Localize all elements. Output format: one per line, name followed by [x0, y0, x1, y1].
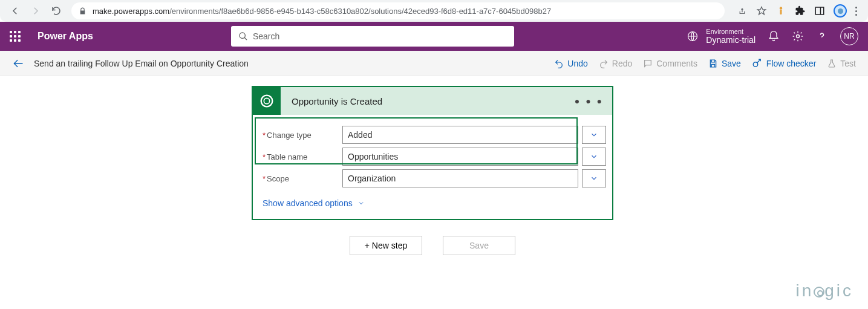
table-name-input[interactable]: Opportunities [342, 148, 578, 166]
reload-icon[interactable] [51, 5, 62, 16]
toolbar-actions: Undo Redo Comments Save Flow checker Tes… [554, 58, 856, 69]
card-body: *Change type Added *Table name Opportuni… [253, 115, 612, 219]
undo-button[interactable]: Undo [554, 59, 587, 68]
svg-rect-1 [780, 10, 782, 15]
card-menu-icon[interactable]: ● ● ● [575, 96, 604, 106]
scope-input[interactable]: Organization [342, 169, 578, 187]
star-icon[interactable] [756, 5, 767, 16]
ext1-icon[interactable] [775, 5, 786, 16]
change-type-label: Change type [267, 131, 312, 140]
svg-point-4 [240, 33, 245, 38]
browser-toolbar: make.powerapps.com/environments/f8ae6b6d… [0, 0, 868, 22]
change-type-dropdown-icon[interactable] [582, 126, 606, 144]
save-button[interactable]: Save [708, 59, 741, 68]
app-launcher-icon[interactable] [10, 31, 21, 42]
forward-icon[interactable] [30, 5, 41, 16]
comments-button[interactable]: Comments [643, 59, 697, 68]
bottom-actions: + New step Save [252, 236, 613, 255]
scope-label: Scope [267, 174, 289, 183]
flow-toolbar: Send an trailing Follow Up Email on Oppo… [0, 51, 868, 76]
nav-icon-group [5, 5, 65, 16]
browser-right-icons [731, 4, 863, 18]
share-icon[interactable] [737, 5, 748, 16]
panel-icon[interactable] [814, 5, 825, 16]
dataverse-icon [253, 87, 281, 115]
search-icon [238, 31, 248, 41]
powerapps-header: Power Apps Environment Dynamic-trial NR [0, 22, 868, 51]
search-input[interactable] [253, 31, 507, 41]
environment-picker[interactable]: Environment Dynamic-trial [687, 28, 755, 45]
back-icon[interactable] [10, 5, 21, 16]
flow-checker-button[interactable]: Flow checker [752, 58, 816, 69]
svg-rect-2 [815, 7, 824, 15]
search-box[interactable] [231, 26, 514, 47]
redo-button: Redo [599, 59, 632, 68]
header-right: Environment Dynamic-trial NR [687, 27, 858, 45]
svg-point-9 [261, 96, 273, 107]
env-label: Environment [706, 28, 755, 36]
new-step-button[interactable]: + New step [350, 236, 422, 255]
svg-point-0 [780, 7, 783, 10]
help-icon[interactable] [816, 30, 828, 42]
extensions-icon[interactable] [795, 5, 806, 16]
table-name-label: Table name [267, 152, 307, 161]
card-title: Opportunity is Created [292, 96, 382, 106]
field-scope: *Scope Organization [259, 169, 606, 187]
flow-title: Send an trailing Follow Up Email on Oppo… [34, 59, 249, 68]
globe-icon [687, 30, 699, 42]
scope-dropdown-icon[interactable] [582, 169, 606, 187]
back-arrow-icon[interactable] [12, 57, 24, 70]
svg-line-5 [244, 37, 247, 40]
trigger-card[interactable]: Opportunity is Created ● ● ● *Change typ… [252, 86, 613, 220]
test-button[interactable]: Test [827, 59, 856, 68]
lock-icon [79, 7, 86, 15]
table-name-dropdown-icon[interactable] [582, 148, 606, 166]
gear-icon[interactable] [792, 30, 804, 42]
field-change-type: *Change type Added [259, 126, 606, 144]
user-avatar[interactable]: NR [840, 27, 858, 45]
card-header[interactable]: Opportunity is Created ● ● ● [253, 87, 612, 115]
show-advanced-link[interactable]: Show advanced options [259, 198, 606, 208]
field-table-name: *Table name Opportunities [259, 148, 606, 166]
bell-icon[interactable] [768, 30, 780, 42]
menu-icon[interactable] [855, 7, 857, 16]
env-value: Dynamic-trial [706, 35, 755, 45]
url-text: make.powerapps.com/environments/f8ae6b6d… [93, 7, 551, 16]
svg-point-7 [797, 35, 800, 38]
profile-avatar-icon[interactable] [834, 4, 847, 18]
change-type-input[interactable]: Added [342, 126, 578, 144]
app-title: Power Apps [38, 31, 93, 42]
canvas-save-button[interactable]: Save [443, 236, 515, 255]
watermark-logo: ingic [795, 281, 853, 301]
address-bar[interactable]: make.powerapps.com/environments/f8ae6b6d… [71, 2, 725, 19]
